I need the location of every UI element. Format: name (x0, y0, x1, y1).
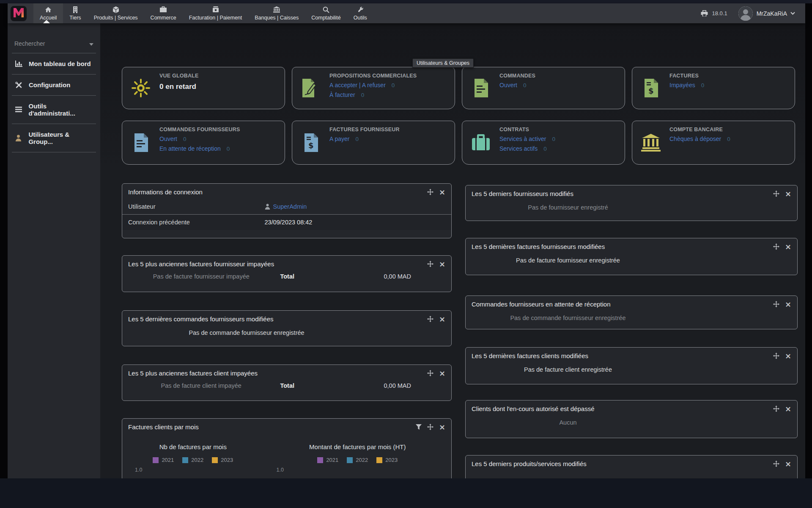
widget-anciennes-factures-client: Les 5 plus anciennes factures client imp… (122, 364, 452, 401)
avatar[interactable] (738, 6, 753, 21)
close-icon[interactable]: × (785, 406, 791, 411)
sidebar-item-configuration[interactable]: Configuration (12, 75, 96, 96)
card-title: VUE GLOBALE (159, 73, 285, 79)
move-icon[interactable] (773, 461, 779, 467)
menu-label: Commerce (151, 15, 176, 21)
link-cheques-a-deposer[interactable]: Chèques à déposer (669, 135, 721, 142)
widget-informations-connexion: Informations de connexion × Utilisateur … (122, 183, 452, 238)
menu-produits-services[interactable]: Produits | Services (88, 3, 144, 23)
top-navbar: Accueil Tiers Produits | Services Commer… (8, 3, 805, 23)
filter-icon[interactable] (416, 424, 422, 430)
card-title: COMPTE BANCAIRE (669, 127, 795, 133)
move-icon[interactable] (773, 190, 779, 197)
menu-facturation-paiement[interactable]: Facturation | Paiement (183, 3, 249, 23)
stat-card-commandes[interactable]: COMMANDES Ouvert0 (462, 67, 625, 109)
close-icon[interactable]: × (785, 244, 791, 249)
move-icon[interactable] (773, 243, 779, 250)
link-impayees[interactable]: Impayées (669, 82, 695, 88)
print-icon[interactable] (701, 10, 708, 17)
menu-banques-caisses[interactable]: Banques | Caisses (248, 3, 305, 23)
menu-label: Tiers (69, 15, 81, 21)
link-services-a-activer[interactable]: Services à activer (499, 135, 546, 142)
app-logo[interactable] (11, 6, 27, 21)
sidebar-item-tableau-de-bord[interactable]: Mon tableau de bord (12, 53, 96, 75)
link-a-payer[interactable]: A payer (329, 135, 349, 142)
cube-icon (112, 6, 119, 13)
legend-swatch (376, 457, 382, 463)
empty-message: Pas de facture fournisseur enregistrée (466, 254, 797, 264)
legend-item[interactable]: 2023 (376, 457, 398, 463)
link-attente-reception[interactable]: En attente de réception (159, 145, 221, 152)
legend-item[interactable]: 2022 (182, 457, 203, 463)
sidebar-item-outils-administration[interactable]: Outils d'administrati... (12, 96, 96, 124)
move-icon[interactable] (773, 301, 779, 307)
count-badge: 0 (392, 82, 395, 88)
move-icon[interactable] (427, 316, 433, 322)
menu-commerce[interactable]: Commerce (144, 3, 183, 23)
chevron-down-icon[interactable] (790, 12, 795, 15)
move-icon[interactable] (773, 406, 779, 412)
sidebar-item-utilisateurs-groupes[interactable]: Utilisateurs & Group... (12, 124, 96, 152)
close-icon[interactable]: × (439, 261, 445, 267)
widget-encours-depasse: Clients dont l'en-cours autorisé est dép… (465, 400, 798, 438)
close-icon[interactable]: × (439, 370, 445, 376)
building-icon (72, 6, 78, 13)
svg-text:$: $ (648, 86, 654, 95)
stat-card-factures-fournisseur[interactable]: $ FACTURES FOURNISSEUR A payer0 (292, 121, 455, 165)
close-icon[interactable]: × (785, 353, 791, 359)
row-value: 23/09/2023 08:42 (265, 219, 313, 226)
close-icon[interactable]: × (439, 424, 445, 430)
close-icon[interactable]: × (439, 189, 445, 195)
suitcase-icon (462, 121, 499, 164)
chart-legend: 2021 2022 2023 (264, 457, 451, 463)
move-icon[interactable] (427, 189, 433, 195)
widget-title: Les 5 dernières factures fournisseurs mo… (472, 243, 768, 250)
legend-item[interactable]: 2023 (212, 457, 233, 463)
top-strip (0, 0, 812, 3)
empty-message: Pas de fournisseur enregistré (466, 201, 797, 211)
move-icon[interactable] (427, 424, 433, 430)
close-icon[interactable]: × (785, 191, 791, 196)
legend-label: 2022 (191, 457, 203, 463)
legend-item[interactable]: 2021 (317, 457, 338, 463)
legend-item[interactable]: 2022 (347, 457, 368, 463)
stat-card-contrats[interactable]: CONTRATS Services à activer0 Services ac… (462, 121, 625, 165)
briefcase-icon (160, 6, 167, 13)
stat-card-commandes-fournisseurs[interactable]: COMMANDES FOURNISSEURS Ouvert0 En attent… (122, 121, 285, 165)
widget-title: Factures clients par mois (128, 423, 410, 431)
stat-card-propositions[interactable]: PROPOSITIONS COMMERCIALES A accepter | A… (292, 67, 455, 109)
svg-text:$: $ (308, 141, 314, 150)
move-icon[interactable] (773, 353, 779, 359)
menu-outils[interactable]: Outils (347, 3, 373, 23)
bottom-strip (0, 478, 812, 508)
link-a-accepter-refuser[interactable]: A accepter | A refuser (329, 82, 386, 88)
user-icon (14, 135, 22, 141)
home-icon (45, 6, 52, 13)
chart-title: Nb de factures par mois (122, 443, 264, 450)
close-icon[interactable]: × (785, 301, 791, 307)
user-menu[interactable]: MrZaKaRiA (757, 10, 787, 17)
menu-tiers[interactable]: Tiers (63, 3, 87, 23)
close-icon[interactable]: × (785, 461, 791, 467)
close-icon[interactable]: × (439, 316, 445, 322)
link-superadmin[interactable]: SuperAdmin (273, 203, 307, 210)
move-icon[interactable] (427, 261, 433, 267)
card-title: COMMANDES (499, 73, 625, 79)
stat-card-factures[interactable]: $ FACTURES Impayées0 (632, 67, 795, 109)
search-select[interactable]: Rechercher (12, 23, 96, 53)
screen: Accueil Tiers Produits | Services Commer… (0, 0, 812, 508)
table-row: Connexion précédente 23/09/2023 08:42 (122, 214, 451, 230)
stat-card-vue-globale[interactable]: VUE GLOBALE 0 en retard (122, 67, 285, 109)
legend-item[interactable]: 2021 (153, 457, 174, 463)
count-badge: 0 (727, 136, 730, 142)
menu-label: Comptabilité (311, 15, 340, 21)
link-ouvert[interactable]: Ouvert (499, 82, 517, 88)
menu-comptabilite[interactable]: Comptabilité (305, 3, 347, 23)
chart-title: Montant de factures par mois (HT) (264, 443, 451, 450)
link-services-actifs[interactable]: Services actifs (499, 145, 538, 152)
version-label: 18.0.1 (712, 10, 727, 17)
link-a-facturer[interactable]: À facturer (329, 91, 355, 98)
move-icon[interactable] (427, 370, 433, 376)
stat-card-compte-bancaire[interactable]: COMPTE BANCAIRE Chèques à déposer0 (632, 121, 795, 165)
link-ouvert[interactable]: Ouvert (159, 135, 177, 142)
